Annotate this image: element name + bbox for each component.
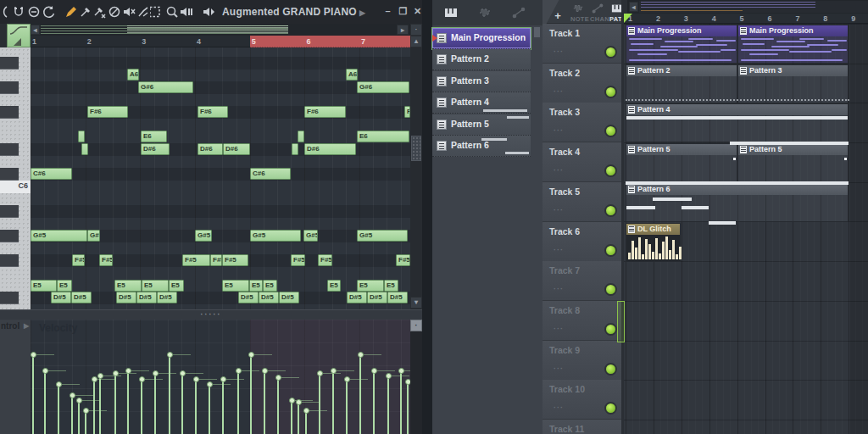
midi-note[interactable]: F#5 <box>318 254 332 266</box>
track-options-dots[interactable]: ··· <box>554 403 564 412</box>
velocity-stem-head[interactable] <box>248 352 254 358</box>
minimize-button[interactable]: – <box>381 5 394 18</box>
midi-note[interactable]: E5 <box>357 280 384 292</box>
velocity-stem[interactable] <box>169 354 170 434</box>
timebar-number[interactable]: 4 <box>197 37 201 46</box>
midi-note[interactable]: F#6 <box>87 106 128 118</box>
velocity-stem-head[interactable] <box>97 373 103 379</box>
timebar-number[interactable]: 1 <box>32 37 36 46</box>
midi-note[interactable]: A6 <box>346 69 358 81</box>
velocity-stem[interactable] <box>99 376 101 434</box>
velocity-stem-head[interactable] <box>296 399 302 405</box>
picker-tab-audio-wave-icon[interactable] <box>478 6 492 19</box>
velocity-stem[interactable] <box>85 410 86 434</box>
midi-note[interactable]: F#5 <box>210 254 222 266</box>
scroll-right-button[interactable]: ▸ <box>397 25 409 35</box>
velocity-stem-head[interactable] <box>275 375 281 381</box>
zoom-magnifier-icon[interactable] <box>164 4 180 19</box>
playlist-clip[interactable]: Pattern 3 <box>737 64 849 103</box>
midi-note[interactable]: F#5 <box>182 254 210 266</box>
velocity-stem-head[interactable] <box>70 392 75 398</box>
velocity-stem[interactable] <box>127 370 129 434</box>
snap-magnet-icon[interactable] <box>11 4 26 19</box>
midi-note[interactable]: E6 <box>357 131 409 142</box>
clip-header[interactable]: Pattern 4 <box>626 104 848 115</box>
paint-brush-icon[interactable] <box>78 4 93 19</box>
velocity-stem[interactable] <box>332 370 334 434</box>
timebar-number[interactable]: 6 <box>306 37 310 46</box>
track-enable-led[interactable] <box>604 125 617 137</box>
timebar-number[interactable]: 3 <box>142 37 146 46</box>
track-enable-led[interactable] <box>604 323 617 336</box>
options-partial-icon[interactable] <box>0 4 10 19</box>
velocity-stem[interactable] <box>44 370 46 434</box>
track-row[interactable]: Track 9··· <box>542 341 621 381</box>
track-enable-led[interactable] <box>604 46 617 58</box>
midi-note[interactable]: D#6 <box>141 143 170 155</box>
track-options-dots[interactable]: ··· <box>554 126 564 135</box>
track-enable-led[interactable] <box>604 283 617 296</box>
pattern-item[interactable]: Pattern 2 <box>432 49 531 70</box>
piano-roll-grid[interactable]: A6A6G#6G#6F#6F#6F#6F#6E6E6D#6D#6D#6D#6C#… <box>31 47 410 309</box>
midi-note[interactable]: E5 <box>142 280 169 292</box>
mute-tool-icon[interactable] <box>107 4 122 19</box>
playlist-scroll-left-button[interactable]: ◂ <box>629 2 638 12</box>
playlist-grid[interactable]: Main ProgressionMain ProgressionPattern … <box>624 24 868 434</box>
track-options-dots[interactable]: ··· <box>554 87 564 96</box>
black-key[interactable] <box>0 205 19 218</box>
velocity-stem[interactable] <box>387 376 389 434</box>
playlist-clip[interactable]: DL Glitch <box>626 223 681 262</box>
black-key[interactable] <box>0 292 19 304</box>
midi-note[interactable]: G#6 <box>357 81 409 93</box>
velocity-stem[interactable] <box>400 370 402 434</box>
delete-brush-icon[interactable] <box>92 4 108 19</box>
playlist-clip[interactable]: Pattern 5 <box>737 143 849 182</box>
velocity-lane[interactable]: Velocity <box>31 320 410 434</box>
midi-note[interactable]: F#5 <box>396 254 410 266</box>
velocity-stem[interactable] <box>71 395 73 434</box>
undo-icon[interactable] <box>42 4 57 19</box>
playlist-clip[interactable]: Main Progression <box>737 25 849 64</box>
midi-note[interactable]: F#5 <box>222 254 248 266</box>
clip-header[interactable]: Main Progression <box>626 25 737 36</box>
track-tab-note[interactable]: NOTE <box>570 15 589 23</box>
velocity-stem-head[interactable] <box>371 368 377 374</box>
clip-header[interactable]: Pattern 3 <box>738 65 848 76</box>
track-tab-pat[interactable]: PAT <box>609 15 622 23</box>
velocity-stem[interactable] <box>373 370 375 434</box>
track-row[interactable]: Track 2··· <box>542 64 621 103</box>
black-key[interactable] <box>0 81 19 94</box>
track-enable-led[interactable] <box>604 363 617 376</box>
playlist-timebar-number[interactable]: 4 <box>712 14 716 23</box>
velocity-stem[interactable] <box>154 373 156 434</box>
playlist-timebar-number[interactable]: 8 <box>823 14 827 23</box>
select-marquee-icon[interactable] <box>150 4 165 19</box>
pattern-item[interactable]: Pattern 3 <box>432 71 531 92</box>
velocity-stem[interactable] <box>93 379 95 434</box>
midi-note[interactable]: F#6 <box>304 106 346 118</box>
playlist-clip[interactable]: Pattern 2 <box>626 64 737 103</box>
midi-note[interactable]: C#6 <box>31 168 72 180</box>
clip-header[interactable]: Pattern 5 <box>738 144 848 155</box>
velocity-stem-head[interactable] <box>344 376 350 382</box>
track-row[interactable]: Track 10··· <box>542 380 621 420</box>
midi-note[interactable] <box>292 143 298 155</box>
midi-note[interactable]: F#6 <box>198 106 228 118</box>
velocity-stem-head[interactable] <box>289 398 295 403</box>
black-key[interactable] <box>0 143 19 156</box>
timebar-number[interactable]: 5 <box>252 37 256 46</box>
velocity-stem[interactable] <box>291 400 292 434</box>
velocity-stem-head[interactable] <box>358 352 364 358</box>
velocity-stem-head[interactable] <box>303 408 309 414</box>
black-key[interactable] <box>0 230 19 242</box>
midi-note[interactable]: G#5 <box>250 230 301 242</box>
clip-header[interactable]: DL Glitch <box>626 224 680 235</box>
picker-tab-piano-icon[interactable] <box>444 6 458 19</box>
midi-note[interactable]: D#5 <box>51 292 71 303</box>
velocity-stem[interactable] <box>407 381 409 434</box>
velocity-stem[interactable] <box>222 379 224 434</box>
vscrollbar-thumb[interactable] <box>411 136 421 161</box>
velocity-stem-head[interactable] <box>125 368 131 374</box>
track-row[interactable]: Track 8··· <box>542 301 621 341</box>
midi-note[interactable]: D#5 <box>259 292 279 303</box>
